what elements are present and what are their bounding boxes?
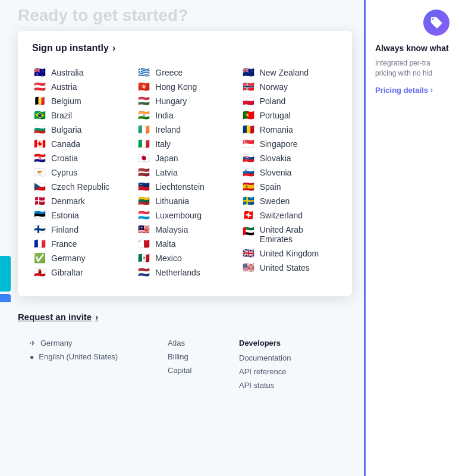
country-uae: 🇦🇪 United Arab Emirates <box>241 223 338 246</box>
country-lithuania: 🇱🇹 Lithuania <box>136 194 233 208</box>
pricing-tag-icon <box>423 10 449 36</box>
flag-sweden: 🇸🇪 <box>242 196 255 206</box>
flag-france: 🇫🇷 <box>33 239 46 249</box>
country-india: 🇮🇳 India <box>136 108 233 123</box>
footer-documentation-link[interactable]: Documentation <box>239 353 334 362</box>
country-germany-label: Germany <box>51 253 86 263</box>
country-finland-label: Finland <box>51 225 78 234</box>
country-us: 🇺🇸 United States <box>241 261 338 275</box>
developers-title: Developers <box>239 339 334 347</box>
country-canada-label: Canada <box>51 139 80 149</box>
flag-germany: ✅ <box>33 253 46 263</box>
countries-col1: 🇦🇺 Australia 🇦🇹 Austria 🇧🇪 Belgium 🇧🇷 Br… <box>32 65 129 280</box>
country-hong-kong-label: Hong Kong <box>155 82 197 92</box>
flag-belgium: 🇧🇪 <box>33 96 46 106</box>
footer-api-reference-link[interactable]: API reference <box>239 367 334 376</box>
footer-col-right: Developers Documentation API reference A… <box>239 339 334 394</box>
country-czech-republic: 🇨🇿 Czech Republic <box>32 180 129 194</box>
flag-portugal: 🇵🇹 <box>242 111 255 120</box>
country-estonia-label: Estonia <box>51 211 79 220</box>
footer-capital-link[interactable]: Capital <box>168 366 239 375</box>
country-mexico-label: Mexico <box>155 253 181 263</box>
right-panel: Always know what Integrated per-tra pric… <box>364 0 459 476</box>
footer-api-status-link[interactable]: API status <box>239 381 334 390</box>
flag-australia: 🇦🇺 <box>33 68 46 77</box>
country-luxembourg: 🇱🇺 Luxembourg <box>136 208 233 223</box>
flag-cyprus: 🇨🇾 <box>33 168 46 177</box>
flag-uae: 🇦🇪 <box>242 227 255 236</box>
page-heading: Ready to get started? <box>0 0 364 25</box>
flag-lithuania: 🇱🇹 <box>137 196 150 206</box>
flag-slovakia: 🇸🇰 <box>242 154 255 163</box>
country-romania: 🇷🇴 Romania <box>241 123 338 137</box>
footer-language-label: English (United States) <box>39 352 118 361</box>
country-brazil-label: Brazil <box>51 111 72 120</box>
country-bulgaria: 🇧🇬 Bulgaria <box>32 123 129 137</box>
flag-denmark: 🇩🇰 <box>33 196 46 206</box>
country-finland: 🇫🇮 Finland <box>32 223 129 237</box>
countries-dropdown-card: Sign up instantly › 🇦🇺 Australia 🇦🇹 Aust… <box>18 31 352 296</box>
country-cyprus: 🇨🇾 Cyprus <box>32 165 129 180</box>
right-panel-description: Integrated per-tra pricing with no hid <box>375 58 449 79</box>
footer-atlas-link[interactable]: Atlas <box>168 339 239 347</box>
country-luxembourg-label: Luxembourg <box>155 211 202 220</box>
flag-romania: 🇷🇴 <box>242 125 255 134</box>
countries-col3: 🇳🇿 New Zealand 🇳🇴 Norway 🇵🇱 Poland 🇵🇹 Po… <box>241 65 338 280</box>
country-australia: 🇦🇺 Australia <box>32 65 129 80</box>
request-invite-label: Request an invite <box>18 312 92 322</box>
flag-japan: 🇯🇵 <box>137 154 150 163</box>
country-norway-label: Norway <box>260 82 288 92</box>
country-portugal-label: Portugal <box>260 111 291 120</box>
flag-uk: 🇬🇧 <box>242 249 255 258</box>
country-sweden-label: Sweden <box>260 196 290 206</box>
country-uk: 🇬🇧 United Kingdom <box>241 246 338 261</box>
flag-malaysia: 🇲🇾 <box>137 225 150 234</box>
country-malaysia: 🇲🇾 Malaysia <box>136 223 233 237</box>
countries-col2: 🇬🇷 Greece 🇭🇰 Hong Kong 🇭🇺 Hungary 🇮🇳 Ind… <box>136 65 233 280</box>
country-bulgaria-label: Bulgaria <box>51 125 81 134</box>
flag-gibraltar: 🇬🇮 <box>33 268 46 277</box>
flag-new-zealand: 🇳🇿 <box>242 68 255 77</box>
country-estonia: 🇪🇪 Estonia <box>32 208 129 223</box>
flag-hungary: 🇭🇺 <box>137 96 150 106</box>
country-germany: ✅ Germany <box>32 251 129 265</box>
footer-location[interactable]: ✈ Germany <box>30 339 156 347</box>
tag-svg <box>430 16 443 29</box>
country-gibraltar: 🇬🇮 Gibraltar <box>32 265 129 280</box>
pricing-details-link[interactable]: Pricing details › <box>375 86 449 95</box>
country-netherlands-label: Netherlands <box>155 268 200 277</box>
flag-estonia: 🇪🇪 <box>33 211 46 220</box>
country-india-label: India <box>155 111 173 120</box>
country-italy: 🇮🇹 Italy <box>136 137 233 151</box>
country-australia-label: Australia <box>51 68 83 77</box>
flag-ireland: 🇮🇪 <box>137 125 150 134</box>
signup-chevron-icon: › <box>112 43 115 54</box>
country-italy-label: Italy <box>155 139 171 149</box>
signup-instantly-link[interactable]: Sign up instantly › <box>32 43 338 54</box>
request-invite-chevron-icon: › <box>95 312 98 322</box>
flag-italy: 🇮🇹 <box>137 139 150 149</box>
country-singapore: 🇸🇬 Singapore <box>241 137 338 151</box>
country-mexico: 🇲🇽 Mexico <box>136 251 233 265</box>
country-new-zealand: 🇳🇿 New Zealand <box>241 65 338 80</box>
country-poland: 🇵🇱 Poland <box>241 94 338 108</box>
main-content: Ready to get started? Sign up instantly … <box>0 0 364 476</box>
flag-croatia: 🇭🇷 <box>33 154 46 163</box>
flag-austria: 🇦🇹 <box>33 82 46 92</box>
footer-language[interactable]: ● English (United States) <box>30 352 156 361</box>
pricing-details-label: Pricing details <box>375 86 428 95</box>
flag-spain: 🇪🇸 <box>242 182 255 192</box>
flag-bulgaria: 🇧🇬 <box>33 125 46 134</box>
country-liechtenstein-label: Liechtenstein <box>155 182 205 192</box>
country-switzerland-label: Switzerland <box>260 211 303 220</box>
country-malta: 🇲🇹 Malta <box>136 237 233 251</box>
footer-billing-link[interactable]: Billing <box>168 352 239 361</box>
right-panel-title: Always know what <box>375 43 449 54</box>
flag-greece: 🇬🇷 <box>137 68 150 77</box>
country-austria: 🇦🇹 Austria <box>32 80 129 94</box>
request-invite-link[interactable]: Request an invite › <box>18 312 346 322</box>
country-japan-label: Japan <box>155 154 178 163</box>
country-spain: 🇪🇸 Spain <box>241 180 338 194</box>
flag-latvia: 🇱🇻 <box>137 168 150 177</box>
flag-finland: 🇫🇮 <box>33 225 46 234</box>
